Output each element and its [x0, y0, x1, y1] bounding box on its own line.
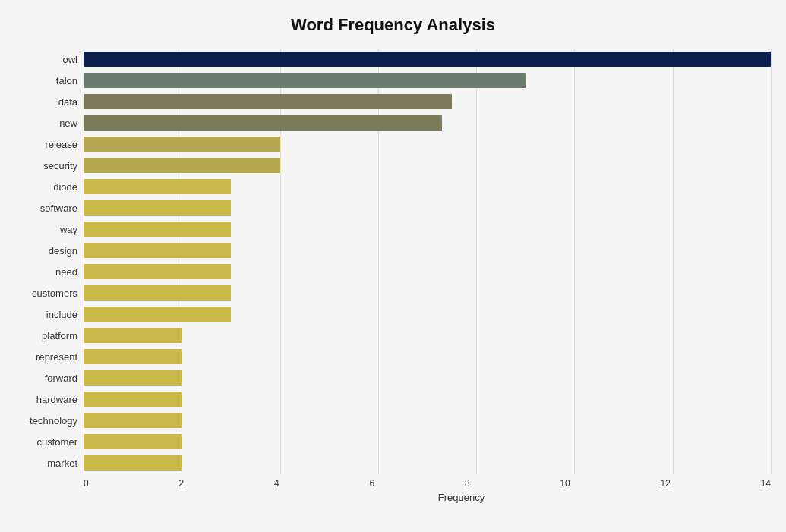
x-tick-10: 10 — [560, 478, 570, 489]
bar-need — [84, 264, 231, 279]
bar-row-need — [84, 261, 771, 282]
bar-row-forward — [84, 367, 771, 389]
y-label-way: way — [60, 219, 77, 240]
bar-represent — [84, 349, 182, 364]
bar-owl — [84, 52, 771, 67]
bar-row-customer — [84, 431, 771, 452]
y-label-forward: forward — [45, 368, 77, 389]
y-label-release: release — [45, 134, 77, 155]
bar-row-software — [84, 197, 771, 219]
bar-row-customers — [84, 282, 771, 304]
y-label-security: security — [43, 155, 77, 176]
y-label-platform: platform — [42, 326, 77, 347]
bar-customers — [84, 285, 231, 301]
y-label-represent: represent — [36, 347, 77, 368]
bar-platform — [84, 328, 182, 343]
y-label-data: data — [58, 91, 77, 112]
bar-software — [84, 200, 231, 216]
bar-way — [84, 222, 231, 237]
x-tick-4: 4 — [274, 478, 279, 489]
bar-row-data — [84, 91, 771, 112]
y-label-new: new — [59, 112, 77, 134]
y-label-owl: owl — [62, 49, 77, 70]
bar-release — [84, 137, 280, 152]
y-label-technology: technology — [30, 411, 77, 432]
bar-row-talon — [84, 70, 771, 91]
plot-area: 02468101214 Frequency — [84, 49, 771, 474]
bar-data — [84, 94, 452, 109]
chart-area: owltalondatanewreleasesecuritydiodesoftw… — [15, 49, 771, 474]
x-tick-14: 14 — [761, 478, 771, 489]
y-axis: owltalondatanewreleasesecuritydiodesoftw… — [15, 49, 84, 474]
y-label-customers: customers — [32, 283, 77, 304]
grid-line-14 — [771, 49, 772, 474]
y-label-software: software — [40, 197, 77, 219]
y-label-market: market — [47, 453, 77, 474]
bar-row-include — [84, 304, 771, 325]
x-tick-0: 0 — [84, 478, 89, 489]
bar-hardware — [84, 392, 182, 407]
bar-row-security — [84, 155, 771, 176]
bar-row-new — [84, 112, 771, 134]
y-label-hardware: hardware — [36, 389, 77, 411]
bar-row-way — [84, 219, 771, 240]
bar-diode — [84, 179, 231, 194]
y-label-customer: customer — [37, 432, 77, 453]
x-tick-2: 2 — [178, 478, 184, 489]
y-label-diode: diode — [53, 176, 77, 197]
bar-customer — [84, 434, 182, 449]
bar-new — [84, 115, 442, 131]
bar-row-owl — [84, 49, 771, 70]
bar-design — [84, 243, 231, 258]
bar-row-market — [84, 452, 771, 474]
x-tick-8: 8 — [465, 478, 470, 489]
y-label-include: include — [46, 304, 77, 326]
x-tick-12: 12 — [660, 478, 670, 489]
y-label-need: need — [55, 261, 77, 282]
bar-technology — [84, 413, 182, 428]
x-axis: 02468101214 — [84, 474, 771, 489]
bar-row-technology — [84, 410, 771, 431]
bar-include — [84, 307, 231, 322]
x-axis-label: Frequency — [84, 489, 771, 503]
bar-forward — [84, 370, 182, 386]
bar-row-platform — [84, 325, 771, 346]
bar-talon — [84, 73, 526, 88]
y-label-talon: talon — [56, 70, 77, 91]
bar-security — [84, 158, 280, 173]
bar-row-design — [84, 240, 771, 261]
bar-row-hardware — [84, 389, 771, 410]
chart-title: Word Frequency Analysis — [15, 15, 771, 35]
y-label-design: design — [49, 240, 77, 261]
chart-container: Word Frequency Analysis owltalondatanewr… — [0, 0, 786, 532]
bar-row-release — [84, 134, 771, 155]
bar-row-represent — [84, 346, 771, 367]
bar-market — [84, 455, 182, 471]
x-tick-6: 6 — [369, 478, 374, 489]
bars-wrapper — [84, 49, 771, 474]
bar-row-diode — [84, 176, 771, 197]
